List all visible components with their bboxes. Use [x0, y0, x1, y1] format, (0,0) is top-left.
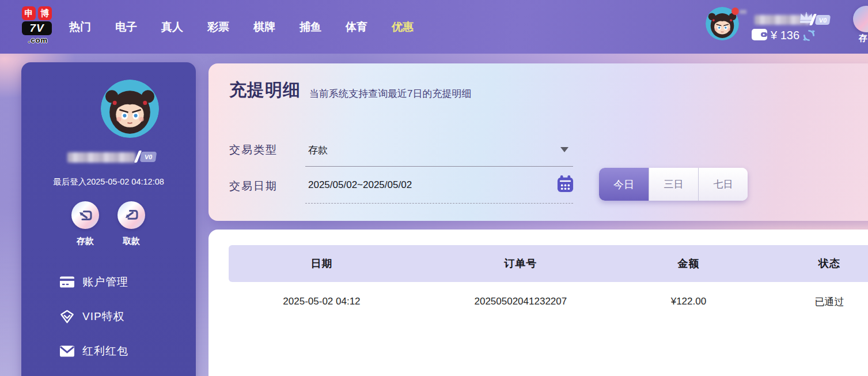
- transaction-date-label: 交易日期: [229, 179, 278, 194]
- column-header-date: 日期: [229, 257, 415, 270]
- floating-deposit-label: 存: [859, 33, 867, 44]
- wallet-icon: [752, 28, 768, 41]
- vip-diamond-icon: [60, 310, 74, 324]
- refresh-balance-icon[interactable]: [802, 29, 816, 42]
- page-title: 充提明细: [229, 78, 301, 102]
- withdraw-button[interactable]: [117, 201, 145, 229]
- brand-badge-left: 申: [22, 6, 36, 20]
- filter-panel: 充提明细 当前系统支持查询最近7日的充提明细 交易类型 存款 ▼ 交易日期 20…: [209, 63, 868, 221]
- cell-amount: ¥122.00: [627, 296, 751, 307]
- cell-status: 已通过: [751, 295, 868, 309]
- type-field-underline: [305, 166, 573, 167]
- cell-date: 2025-05-02 04:12: [229, 296, 415, 307]
- brand-name: 7V: [22, 21, 52, 35]
- cell-order-no: 20250502041232207: [415, 296, 627, 307]
- nav-item-fishing[interactable]: 捕鱼: [300, 20, 321, 35]
- tab-today[interactable]: 今日: [599, 168, 649, 201]
- deposit-icon: [77, 206, 94, 224]
- bank-card-icon: [60, 276, 74, 288]
- table-header-row: 日期 订单号 金额 状态: [229, 245, 868, 282]
- column-header-order-no: 订单号: [415, 257, 627, 270]
- transaction-type-value[interactable]: 存款: [308, 144, 328, 157]
- sidebar-item-label: VIP特权: [82, 309, 125, 324]
- wallet-balance: ¥ 136: [771, 29, 799, 42]
- column-header-amount: 金额: [627, 257, 751, 270]
- deposit-label: 存款: [68, 236, 103, 247]
- nav-item-slots[interactable]: 电子: [115, 20, 137, 35]
- nav-item-sports[interactable]: 体育: [346, 20, 367, 35]
- page: 申 博 7V .com 热门 电子 真人 彩票 棋牌 捕鱼 体育 优惠: [0, 0, 868, 376]
- brand-badges: 申 博: [22, 6, 54, 20]
- notification-dot: [731, 7, 739, 15]
- deposit-button[interactable]: [71, 201, 99, 229]
- chevron-down-icon[interactable]: ▼: [560, 147, 568, 152]
- sidebar-item-bonus[interactable]: 红利红包: [60, 343, 187, 360]
- top-navbar: 申 博 7V .com 热门 电子 真人 彩票 棋牌 捕鱼 体育 优惠: [0, 0, 868, 54]
- nav-item-live[interactable]: 真人: [161, 20, 183, 35]
- column-header-status: 状态: [751, 257, 868, 270]
- floating-deposit-button[interactable]: [853, 6, 868, 32]
- brand-tld: .com: [22, 36, 54, 44]
- sidebar-item-vip[interactable]: VIP特权: [60, 308, 187, 325]
- tab-three-days[interactable]: 三日: [649, 168, 698, 201]
- date-range-tabs: 今日 三日 七日: [599, 168, 748, 201]
- last-login-text: 最后登入2025-05-02 04:12:08: [21, 176, 196, 187]
- transaction-date-value[interactable]: 2025/05/02~2025/05/02: [308, 179, 412, 191]
- table-row: 2025-05-02 04:12 20250502041232207 ¥122.…: [229, 290, 868, 313]
- avatar-image: [101, 80, 159, 138]
- red-packet-icon: [60, 345, 74, 357]
- brand-logo[interactable]: 申 博 7V .com: [22, 6, 54, 44]
- profile-sidebar: V0 最后登入2025-05-02 04:12:08 存款 取款: [21, 62, 196, 376]
- withdraw-icon: [123, 206, 140, 224]
- nav-item-promos[interactable]: 优惠: [392, 20, 414, 35]
- blurred-count: [740, 10, 746, 14]
- withdraw-label: 取款: [114, 236, 149, 247]
- date-field-underline: [305, 203, 573, 204]
- records-panel: 日期 订单号 金额 状态 2025-05-02 04:12 2025050204…: [209, 230, 868, 376]
- sidebar-avatar[interactable]: [101, 80, 159, 138]
- header-vip-badge: V0: [815, 15, 831, 25]
- nav-item-hot[interactable]: 热门: [69, 20, 91, 35]
- brand-badge-right: 博: [38, 6, 52, 20]
- sidebar-username-blurred: [67, 152, 135, 163]
- sidebar-item-label: 账户管理: [82, 275, 128, 289]
- nav-item-lottery[interactable]: 彩票: [207, 20, 229, 35]
- nav-item-cards[interactable]: 棋牌: [253, 20, 275, 35]
- tab-seven-days[interactable]: 七日: [698, 168, 748, 201]
- transaction-type-label: 交易类型: [229, 142, 278, 157]
- sidebar-vip-badge: V0: [140, 152, 157, 162]
- calendar-icon[interactable]: [556, 175, 574, 193]
- sidebar-item-account[interactable]: 账户管理: [60, 273, 187, 291]
- main-nav: 热门 电子 真人 彩票 棋牌 捕鱼 体育 优惠: [69, 0, 414, 54]
- page-subtitle: 当前系统支持查询最近7日的充提明细: [309, 87, 471, 100]
- sidebar-item-label: 红利红包: [82, 344, 128, 359]
